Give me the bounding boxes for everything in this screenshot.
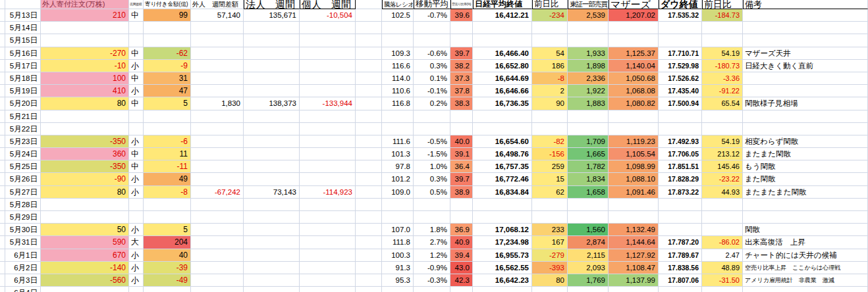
cell-tosho[interactable] — [568, 110, 609, 123]
cell-iweek[interactable]: -133,944 — [300, 97, 356, 110]
cell-mothers[interactable]: 1,088.10 — [609, 173, 659, 185]
cell-amount[interactable] — [144, 110, 191, 123]
cell-ratio[interactable] — [382, 34, 414, 47]
cell-date[interactable]: 6月1日 — [5, 249, 41, 262]
cell-amount[interactable] — [144, 211, 191, 224]
cell-ndiff[interactable] — [532, 211, 568, 224]
cell-foreign[interactable]: 210 — [41, 9, 129, 22]
cell-ratio[interactable]: 95.3 — [382, 274, 414, 287]
cell-ratio[interactable]: 101.2 — [382, 173, 414, 185]
cell-ndiff[interactable] — [532, 22, 568, 34]
cell-mothers[interactable] — [609, 22, 659, 34]
cell-dow[interactable]: 17.710.71 — [659, 47, 702, 60]
cell-ma[interactable]: 2.7% — [414, 236, 450, 249]
cell-sratio[interactable] — [450, 22, 473, 34]
cell-remarks[interactable]: また閑散 — [743, 173, 868, 185]
cell-nikkei[interactable] — [473, 287, 532, 292]
cell-dow[interactable]: 17.828.29 — [659, 173, 702, 185]
cell-dow[interactable]: 17.873.22 — [659, 186, 702, 199]
cell-remarks[interactable]: アメリカ雇用統計 非農業 激減 — [743, 274, 868, 287]
cell-tosho[interactable] — [568, 199, 609, 211]
cell-tosho[interactable]: 1,898 — [568, 60, 609, 72]
cell-blank[interactable] — [356, 249, 382, 262]
cell-sratio[interactable]: 37.3 — [450, 72, 473, 85]
header-nikkei[interactable]: 日経平均終値 — [473, 0, 532, 9]
cell-sratio[interactable]: 39.6 — [450, 9, 473, 22]
cell-dow[interactable] — [659, 224, 702, 236]
cell-a[interactable] — [0, 72, 5, 85]
cell-nikkei[interactable]: 16,955.73 — [473, 249, 532, 262]
cell-ratio[interactable]: 109.3 — [382, 47, 414, 60]
cell-mothers[interactable] — [609, 123, 659, 135]
cell-tosho[interactable]: 1,769 — [568, 274, 609, 287]
cell-remarks[interactable]: 閑散 — [743, 224, 868, 236]
cell-gweek[interactable] — [191, 72, 244, 85]
cell-a[interactable] — [0, 60, 5, 72]
cell-iweek[interactable] — [300, 123, 356, 135]
cell-remarks[interactable]: チャート的には天井の候補 — [743, 249, 868, 262]
cell-ndiff[interactable]: 80 — [532, 274, 568, 287]
cell-ma[interactable] — [414, 123, 450, 135]
cell-remarks[interactable]: またまた閑散 — [743, 148, 868, 160]
cell-tosho[interactable]: 1,658 — [568, 186, 609, 199]
cell-nikkei[interactable] — [473, 22, 532, 34]
header-iweek[interactable]: 個人 週間 — [300, 0, 356, 9]
cell-ddiff[interactable]: -184.73 — [702, 9, 743, 22]
header-hweek[interactable]: 法人 週間 — [244, 0, 300, 9]
cell-amount[interactable]: -49 — [144, 274, 191, 287]
cell-iweek[interactable] — [300, 22, 356, 34]
cell-sratio[interactable]: 40.9 — [450, 236, 473, 249]
cell-iweek[interactable] — [300, 85, 356, 97]
cell-ddiff[interactable] — [702, 211, 743, 224]
cell-nikkei[interactable] — [473, 123, 532, 135]
cell-foreign[interactable]: -560 — [41, 274, 129, 287]
cell-tosho[interactable] — [568, 287, 609, 292]
cell-foreign[interactable]: -350 — [41, 160, 129, 173]
header-ratio[interactable]: 騰落レシオ — [382, 0, 414, 9]
cell-dow[interactable]: 17.789.67 — [659, 249, 702, 262]
cell-sratio[interactable]: 43.0 — [450, 262, 473, 274]
cell-ma[interactable] — [414, 110, 450, 123]
cell-date[interactable]: 5月28日 — [5, 199, 41, 211]
cell-iweek[interactable]: -10,504 — [300, 9, 356, 22]
cell-date[interactable]: 5月26日 — [5, 173, 41, 185]
cell-remarks[interactable] — [743, 110, 868, 123]
cell-hweek[interactable]: 135,671 — [244, 9, 300, 22]
cell-ratio[interactable] — [382, 287, 414, 292]
cell-foreign[interactable]: -140 — [41, 262, 129, 274]
cell-ma[interactable]: -0.5% — [414, 135, 450, 148]
cell-size[interactable]: 小 — [129, 60, 144, 72]
cell-hweek[interactable] — [244, 236, 300, 249]
cell-gweek[interactable] — [191, 34, 244, 47]
cell-iweek[interactable] — [300, 160, 356, 173]
header-date[interactable] — [5, 0, 41, 9]
cell-blank[interactable] — [356, 97, 382, 110]
cell-mothers[interactable]: 1,068.08 — [609, 85, 659, 97]
cell-ratio[interactable]: 116.8 — [382, 97, 414, 110]
cell-blank[interactable] — [356, 85, 382, 97]
cell-dow[interactable]: 17.706.05 — [659, 148, 702, 160]
cell-mothers[interactable]: 1,125.37 — [609, 47, 659, 60]
cell-ratio[interactable]: 101.3 — [382, 148, 414, 160]
cell-size[interactable]: 中 — [129, 160, 144, 173]
cell-blank[interactable] — [356, 262, 382, 274]
cell-nikkei[interactable]: 16,654.60 — [473, 135, 532, 148]
cell-tosho[interactable] — [568, 22, 609, 34]
header-sratio[interactable]: 空売り比率(%) — [450, 0, 473, 9]
cell-ma[interactable]: -0.7% — [414, 9, 450, 22]
cell-iweek[interactable] — [300, 72, 356, 85]
cell-gweek[interactable] — [191, 123, 244, 135]
cell-ma[interactable]: -0.1% — [414, 85, 450, 97]
cell-size[interactable]: 小 — [129, 224, 144, 236]
cell-ndiff[interactable]: -8 — [532, 72, 568, 85]
cell-blank[interactable] — [356, 22, 382, 34]
cell-ddiff[interactable]: -23.22 — [702, 173, 743, 185]
cell-ddiff[interactable] — [702, 224, 743, 236]
cell-tosho[interactable]: 1,560 — [568, 224, 609, 236]
cell-ndiff[interactable]: -279 — [532, 249, 568, 262]
cell-iweek[interactable] — [300, 262, 356, 274]
cell-remarks[interactable] — [743, 85, 868, 97]
cell-dow[interactable] — [659, 211, 702, 224]
cell-hweek[interactable]: 73,143 — [244, 186, 300, 199]
cell-date[interactable]: 6月3日 — [5, 274, 41, 287]
